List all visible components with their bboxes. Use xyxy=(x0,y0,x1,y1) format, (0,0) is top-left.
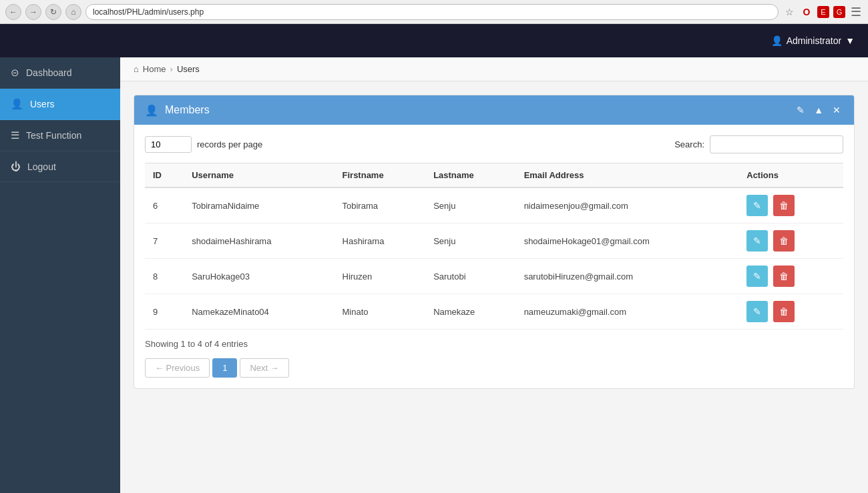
sidebar-item-test-function[interactable]: ☰ Test Function xyxy=(0,120,120,151)
table-row: 6 TobiramaNidaime Tobirama Senju nidaime… xyxy=(145,187,843,223)
star-icon[interactable]: ☆ xyxy=(783,5,796,19)
sidebar-item-dashboard[interactable]: ⊝ Dashboard xyxy=(0,57,120,89)
cell-email: sarutobiHiruzen@gmail.com xyxy=(516,259,739,294)
url-bar[interactable] xyxy=(85,4,779,20)
cell-actions: ✎ 🗑 xyxy=(738,294,843,330)
search-label: Search: xyxy=(674,139,704,149)
cell-username: TobiramaNidaime xyxy=(184,187,334,223)
logout-icon: ⏻ xyxy=(11,161,21,172)
sidebar-item-test-function-label: Test Function xyxy=(26,130,81,141)
card-edit-button[interactable]: ✎ xyxy=(794,103,807,117)
members-card: 👤 Members ✎ ▲ ✕ 10 25 50 xyxy=(134,95,855,389)
col-actions: Actions xyxy=(738,163,843,188)
sidebar-item-dashboard-label: Dashboard xyxy=(26,67,72,78)
cell-actions: ✎ 🗑 xyxy=(738,187,843,223)
opera-icon[interactable]: O xyxy=(800,5,813,19)
records-per-page-label: records per page xyxy=(197,139,262,149)
table-header-row: ID Username Firstname Lastname Email Add… xyxy=(145,163,843,188)
col-email: Email Address xyxy=(516,163,739,188)
col-username: Username xyxy=(184,163,334,188)
card-body: 10 25 50 100 records per page Search: xyxy=(134,125,854,388)
pagination: ← Previous 1 Next → xyxy=(145,358,843,378)
browser-bar: ← → ↻ ⌂ ☆ O E G ☰ xyxy=(0,0,868,24)
page-1-button[interactable]: 1 xyxy=(212,358,237,378)
cell-id: 9 xyxy=(145,294,184,330)
back-button[interactable]: ← xyxy=(5,4,21,20)
home-button[interactable]: ⌂ xyxy=(65,4,81,20)
home-icon: ⌂ xyxy=(134,64,139,74)
cell-id: 7 xyxy=(145,223,184,259)
sidebar-item-users[interactable]: 👤 Users xyxy=(0,89,120,120)
col-firstname: Firstname xyxy=(335,163,426,188)
table-row: 8 SaruHokage03 Hiruzen Sarutobi sarutobi… xyxy=(145,259,843,294)
breadcrumb-current: Users xyxy=(177,64,200,74)
card-collapse-button[interactable]: ▲ xyxy=(811,103,826,117)
search-input[interactable] xyxy=(710,135,843,153)
forward-button[interactable]: → xyxy=(25,4,41,20)
table-footer: Showing 1 to 4 of 4 entries ← Previous 1… xyxy=(145,339,843,378)
guard-icon[interactable]: G xyxy=(833,6,845,18)
records-per-page-control: 10 25 50 100 records per page xyxy=(145,136,262,153)
delete-button-row-1[interactable]: 🗑 xyxy=(773,230,795,252)
reload-button[interactable]: ↻ xyxy=(45,4,61,20)
col-id: ID xyxy=(145,163,184,188)
card-header-icon: 👤 xyxy=(145,104,158,117)
cell-firstname: Hiruzen xyxy=(335,259,426,294)
cell-username: NamekazeMinato04 xyxy=(184,294,334,330)
main-layout: ⊝ Dashboard 👤 Users ☰ Test Function ⏻ Lo… xyxy=(0,57,868,493)
delete-button-row-2[interactable]: 🗑 xyxy=(773,266,795,287)
cell-lastname: Senju xyxy=(425,223,516,259)
cell-lastname: Namekaze xyxy=(425,294,516,330)
edit-button-row-3[interactable]: ✎ xyxy=(746,301,768,322)
cell-username: SaruHokage03 xyxy=(184,259,334,294)
delete-button-row-0[interactable]: 🗑 xyxy=(773,195,795,216)
cell-id: 8 xyxy=(145,259,184,294)
breadcrumb-separator: › xyxy=(170,64,173,74)
menu-icon[interactable]: ☰ xyxy=(849,5,863,19)
card-header: 👤 Members ✎ ▲ ✕ xyxy=(134,95,854,125)
top-navbar: 👤 Administrator ▼ xyxy=(0,24,868,57)
members-table: ID Username Firstname Lastname Email Add… xyxy=(145,163,843,330)
card-close-button[interactable]: ✕ xyxy=(830,103,843,117)
table-row: 7 shodaimeHashirama Hashirama Senju shod… xyxy=(145,223,843,259)
edit-button-row-1[interactable]: ✎ xyxy=(746,230,768,252)
admin-menu[interactable]: 👤 Administrator ▼ xyxy=(771,35,855,46)
prev-page-button[interactable]: ← Previous xyxy=(145,358,210,378)
cell-email: nidaimesenjou@gmail.com xyxy=(516,187,739,223)
showing-text: Showing 1 to 4 of 4 entries xyxy=(145,339,843,349)
dashboard-icon: ⊝ xyxy=(11,67,19,79)
admin-user-icon: 👤 xyxy=(771,35,783,46)
cell-actions: ✎ 🗑 xyxy=(738,259,843,294)
sidebar-item-logout[interactable]: ⏻ Logout xyxy=(0,151,120,182)
admin-label: Administrator xyxy=(787,35,841,46)
table-row: 9 NamekazeMinato04 Minato Namekaze nameu… xyxy=(145,294,843,330)
records-per-page-select[interactable]: 10 25 50 100 xyxy=(145,136,192,153)
search-area: Search: xyxy=(674,135,843,153)
sidebar-item-logout-label: Logout xyxy=(27,161,56,172)
edit-button-row-0[interactable]: ✎ xyxy=(746,195,768,216)
breadcrumb-home[interactable]: Home xyxy=(143,64,166,74)
users-icon: 👤 xyxy=(11,98,23,110)
admin-caret-icon: ▼ xyxy=(845,35,855,46)
cell-actions: ✎ 🗑 xyxy=(738,223,843,259)
sidebar-item-users-label: Users xyxy=(30,99,55,109)
edit-button-row-2[interactable]: ✎ xyxy=(746,266,768,287)
cell-firstname: Tobirama xyxy=(335,187,426,223)
cell-email: shodaimeHokage01@gmail.com xyxy=(516,223,739,259)
delete-button-row-3[interactable]: 🗑 xyxy=(773,301,795,322)
sidebar: ⊝ Dashboard 👤 Users ☰ Test Function ⏻ Lo… xyxy=(0,57,120,493)
cell-firstname: Hashirama xyxy=(335,223,426,259)
cell-firstname: Minato xyxy=(335,294,426,330)
card-header-title: Members xyxy=(165,104,787,116)
breadcrumb: ⌂ Home › Users xyxy=(120,57,868,81)
cell-lastname: Senju xyxy=(425,187,516,223)
cell-id: 6 xyxy=(145,187,184,223)
next-page-button[interactable]: Next → xyxy=(240,358,288,378)
extension-icon[interactable]: E xyxy=(817,6,829,18)
content-area: ⌂ Home › Users 👤 Members ✎ ▲ ✕ xyxy=(120,57,868,493)
cell-username: shodaimeHashirama xyxy=(184,223,334,259)
test-function-icon: ☰ xyxy=(11,129,19,141)
card-header-actions: ✎ ▲ ✕ xyxy=(794,103,843,117)
cell-email: nameuzumaki@gmail.com xyxy=(516,294,739,330)
cell-lastname: Sarutobi xyxy=(425,259,516,294)
